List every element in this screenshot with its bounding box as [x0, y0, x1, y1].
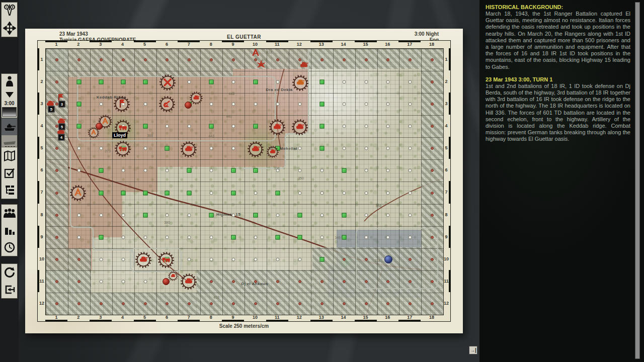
unit-marker-tank[interactable]: [291, 74, 309, 92]
control-point-friendly[interactable]: [99, 191, 103, 195]
control-point-friendly[interactable]: [342, 213, 346, 217]
control-point-friendly[interactable]: [121, 80, 125, 84]
control-point-offmap[interactable]: [188, 58, 191, 61]
control-point-offmap[interactable]: [122, 58, 125, 61]
control-point-neutral[interactable]: [409, 80, 412, 84]
control-point-neutral[interactable]: [298, 169, 301, 172]
control-point-neutral[interactable]: [276, 103, 279, 106]
control-point-friendly[interactable]: [319, 257, 324, 261]
control-point-offmap[interactable]: [386, 58, 389, 61]
control-point-neutral[interactable]: [232, 80, 235, 84]
map-area[interactable]: Keddab RidgeDra ed DeklaDj el MehellatHi…: [45, 48, 444, 315]
control-point-offmap[interactable]: [409, 258, 412, 261]
control-point-offmap[interactable]: [343, 58, 346, 61]
control-point-neutral[interactable]: [320, 191, 324, 195]
control-point-neutral[interactable]: [232, 213, 235, 217]
control-point-offmap[interactable]: [431, 192, 434, 195]
collapse-panel-button[interactable]: →|: [469, 346, 477, 354]
confirm-button[interactable]: [2, 164, 17, 182]
control-point-neutral[interactable]: [143, 280, 147, 283]
control-point-neutral[interactable]: [276, 213, 279, 217]
control-point-neutral[interactable]: [210, 147, 213, 150]
control-point-offmap[interactable]: [431, 236, 434, 239]
control-point-neutral[interactable]: [254, 235, 258, 239]
control-point-neutral[interactable]: [386, 147, 390, 150]
objective-sphere-red[interactable]: [185, 102, 192, 109]
control-point-friendly[interactable]: [319, 146, 324, 151]
infantry-button[interactable]: [2, 74, 17, 89]
control-point-neutral[interactable]: [276, 80, 279, 84]
control-point-neutral[interactable]: [188, 80, 191, 84]
control-point-neutral[interactable]: [364, 169, 368, 172]
control-point-neutral[interactable]: [77, 147, 80, 150]
control-point-friendly[interactable]: [143, 191, 147, 195]
unit-marker-tank[interactable]: [264, 143, 282, 161]
control-point-offmap[interactable]: [77, 258, 80, 261]
unit-marker-gun[interactable]: [158, 95, 176, 113]
control-point-friendly[interactable]: [342, 168, 346, 173]
control-point-neutral[interactable]: [409, 169, 412, 172]
control-point-friendly[interactable]: [254, 80, 258, 84]
unit-marker-truck[interactable]: [157, 251, 175, 269]
control-point-offmap[interactable]: [431, 125, 434, 128]
control-point-neutral[interactable]: [121, 280, 125, 283]
control-point-friendly[interactable]: [319, 80, 324, 84]
control-point-neutral[interactable]: [121, 235, 125, 239]
control-point-offmap[interactable]: [365, 58, 368, 61]
control-point-offmap[interactable]: [365, 302, 368, 305]
control-point-offmap[interactable]: [276, 302, 279, 305]
control-point-offmap[interactable]: [320, 280, 324, 283]
control-point-neutral[interactable]: [166, 213, 169, 217]
control-point-offmap[interactable]: [55, 192, 58, 195]
control-point-friendly[interactable]: [143, 80, 147, 84]
control-point-neutral[interactable]: [77, 235, 80, 239]
control-point-neutral[interactable]: [232, 147, 235, 150]
visibility-gradient[interactable]: [2, 107, 17, 117]
control-point-friendly[interactable]: [121, 191, 125, 195]
control-point-friendly[interactable]: [209, 213, 214, 217]
personnel-button[interactable]: [2, 205, 17, 222]
control-point-neutral[interactable]: [386, 103, 390, 106]
control-point-offmap[interactable]: [55, 302, 58, 305]
control-point-friendly[interactable]: [275, 191, 280, 195]
control-point-neutral[interactable]: [210, 169, 213, 172]
control-point-offmap[interactable]: [365, 280, 368, 283]
control-point-neutral[interactable]: [210, 257, 213, 261]
control-point-neutral[interactable]: [143, 169, 147, 172]
control-point-offmap[interactable]: [320, 302, 324, 305]
control-point-neutral[interactable]: [188, 125, 191, 128]
control-point-offmap[interactable]: [431, 58, 434, 61]
control-point-offmap[interactable]: [55, 214, 58, 217]
control-point-neutral[interactable]: [386, 169, 390, 172]
control-point-offmap[interactable]: [166, 58, 169, 61]
control-point-friendly[interactable]: [209, 124, 214, 129]
control-point-friendly[interactable]: [187, 168, 192, 173]
control-point-neutral[interactable]: [77, 169, 80, 172]
unit-marker-flag[interactable]: [113, 95, 131, 113]
control-point-friendly[interactable]: [297, 235, 302, 239]
control-point-neutral[interactable]: [364, 191, 368, 195]
control-point-neutral[interactable]: [99, 213, 103, 217]
control-point-friendly[interactable]: [254, 124, 258, 129]
control-point-friendly[interactable]: [76, 80, 81, 84]
control-point-friendly[interactable]: [76, 124, 81, 129]
control-point-friendly[interactable]: [165, 146, 170, 151]
control-point-neutral[interactable]: [342, 125, 346, 128]
control-point-offmap[interactable]: [55, 147, 58, 150]
control-point-neutral[interactable]: [298, 147, 301, 150]
control-point-neutral[interactable]: [386, 235, 390, 239]
control-point-neutral[interactable]: [409, 147, 412, 150]
unit-marker-tank[interactable]: [291, 118, 309, 136]
control-point-neutral[interactable]: [320, 169, 324, 172]
pan-button[interactable]: [2, 20, 17, 37]
control-point-neutral[interactable]: [409, 235, 412, 239]
control-point-neutral[interactable]: [166, 125, 169, 128]
control-point-friendly[interactable]: [76, 102, 81, 107]
control-point-offmap[interactable]: [210, 280, 213, 283]
control-point-offmap[interactable]: [276, 58, 279, 61]
control-point-offmap[interactable]: [431, 80, 434, 83]
control-point-offmap[interactable]: [320, 58, 324, 61]
control-point-neutral[interactable]: [342, 191, 346, 195]
control-point-friendly[interactable]: [231, 168, 236, 173]
control-point-offmap[interactable]: [386, 280, 389, 283]
